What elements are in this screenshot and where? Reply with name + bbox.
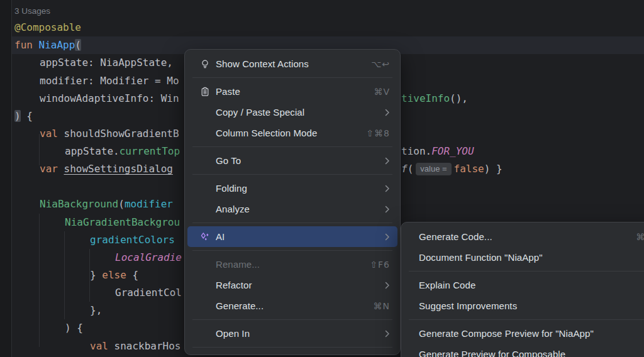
menu-separator — [192, 77, 392, 78]
code-token: ( — [75, 39, 81, 51]
code-token: snackbarHos — [114, 340, 181, 352]
chevron-right-icon — [385, 206, 390, 213]
menu-item-generate-code[interactable]: Generate Code...⌘\ — [404, 226, 644, 247]
code-line[interactable]: var showSettingsDialog — [40, 160, 173, 178]
menu-item-ai[interactable]: AI — [187, 226, 397, 247]
icon-spacer — [200, 260, 210, 270]
menu-item-label: Generate Preview for Composable — [419, 349, 565, 357]
code-line[interactable]: val snackbarHos — [90, 338, 181, 355]
menu-item-show-context-actions[interactable]: Show Context Actions⌥↩ — [187, 53, 397, 74]
menu-shortcut: ⇧F6 — [370, 260, 390, 270]
menu-item-generate-compose-preview-for-niaapp[interactable]: Generate Compose Preview for "NiaApp" — [404, 323, 644, 344]
code-token: 3 Usages — [14, 6, 50, 16]
menu-separator — [192, 222, 392, 223]
code-token: ( — [408, 163, 414, 175]
code-line[interactable]: GradientCol — [115, 284, 182, 302]
code-token: else — [102, 269, 126, 281]
code-line[interactable]: ) { — [65, 319, 83, 337]
menu-item-label: Analyze — [216, 204, 250, 214]
icon-spacer — [200, 280, 210, 290]
code-token: f — [401, 163, 408, 175]
menu-item-explain-code[interactable]: Explain Code — [404, 275, 644, 295]
menu-item-paste[interactable]: Paste⌘V — [187, 81, 397, 102]
code-line[interactable]: 3 Usages — [14, 2, 50, 19]
menu-separator — [192, 174, 392, 175]
menu-item-analyze[interactable]: Analyze — [187, 199, 397, 219]
code-token: ) — [14, 110, 21, 122]
icon-spacer — [200, 107, 210, 118]
menu-item-refactor[interactable]: Refactor — [187, 275, 397, 295]
menu-separator — [192, 319, 392, 320]
menu-shortcut: ⌘V — [374, 87, 390, 97]
code-token: fun — [14, 39, 39, 51]
menu-item-column-selection-mode[interactable]: Column Selection Mode⇧⌘8 — [187, 123, 397, 143]
ai-sparkle-icon — [200, 232, 210, 242]
code-line[interactable]: fun NiaApp( — [14, 36, 81, 54]
code-token: modifier: Modifier = Mo — [40, 75, 179, 87]
code-line[interactable]: f(value =false) } — [401, 160, 502, 178]
menu-item-label: AI — [216, 231, 225, 242]
menu-item-label: Generate... — [216, 300, 264, 311]
menu-item-rename[interactable]: Rename...⇧F6 — [187, 254, 397, 275]
code-line[interactable]: NiaBackground(modifier — [40, 195, 173, 213]
code-line[interactable]: val shouldShowGradientB — [40, 125, 179, 143]
code-token: appState. — [65, 145, 119, 157]
menu-item-label: Go To — [216, 155, 241, 166]
code-line[interactable]: appState: NiaAppState, — [40, 54, 173, 72]
code-token: NiaBackground — [40, 198, 118, 210]
menu-item-document-function-niaapp[interactable]: Document Function "NiaApp" — [404, 247, 644, 268]
code-token: @Composable — [14, 21, 81, 33]
chevron-right-icon — [385, 157, 390, 165]
ide-editor-screen: 3 Usages@Composablefun NiaApp(appState: … — [0, 0, 644, 357]
code-token: windowAdaptiveInfo: Win — [40, 92, 179, 104]
code-line[interactable]: LocalGradie — [115, 249, 182, 266]
icon-spacer — [200, 204, 210, 214]
menu-item-suggest-improvements[interactable]: Suggest Improvements — [404, 295, 644, 316]
code-token: (), — [450, 92, 468, 104]
inlay-hint: value = — [416, 163, 451, 175]
code-line[interactable]: gradientColors — [90, 231, 175, 249]
code-token: }, — [90, 304, 102, 316]
menu-item-generate[interactable]: Generate...⌘N — [187, 295, 397, 316]
menu-item-label: Open In — [216, 328, 250, 339]
code-line[interactable]: windowAdaptiveInfo: Win — [40, 90, 179, 107]
code-line[interactable]: tiveInfo(), — [401, 90, 468, 107]
icon-spacer — [200, 156, 210, 166]
code-line[interactable]: }, — [90, 302, 102, 319]
code-token: gradientColors — [90, 234, 175, 246]
menu-item-label: Paste — [216, 86, 240, 97]
menu-item-label: Show Context Actions — [216, 58, 309, 69]
menu-item-copy-paste-special[interactable]: Copy / Paste Special — [187, 102, 397, 123]
menu-item-label: Column Selection Mode — [216, 128, 317, 138]
code-token: tiveInfo — [401, 92, 450, 104]
menu-item-label: Document Function "NiaApp" — [419, 252, 543, 263]
code-line[interactable]: } else { — [90, 266, 138, 284]
code-token: ) } — [484, 163, 502, 175]
clipboard-icon — [200, 87, 210, 97]
code-line[interactable]: tion.FOR_YOU — [401, 143, 474, 160]
menu-item-go-to[interactable]: Go To — [187, 150, 397, 171]
code-line[interactable]: @Composable — [14, 19, 81, 36]
ai-submenu: Generate Code...⌘\Document Function "Nia… — [401, 222, 644, 357]
menu-item-open-in[interactable]: Open In — [187, 323, 397, 344]
code-line[interactable]: NiaGradientBackgrou — [65, 214, 180, 231]
code-token: tion. — [401, 145, 431, 157]
menu-separator — [409, 271, 644, 272]
editor-gutter — [0, 0, 12, 357]
menu-shortcut: ⇧⌘8 — [366, 128, 390, 138]
menu-separator — [192, 146, 392, 147]
menu-item-folding[interactable]: Folding — [187, 178, 397, 199]
code-line[interactable]: appState.currentTop — [65, 143, 180, 160]
menu-item-generate-preview-for-composable[interactable]: Generate Preview for Composable — [404, 344, 644, 357]
code-line[interactable]: modifier: Modifier = Mo — [40, 72, 179, 90]
code-token: NiaGradientBackgrou — [65, 216, 180, 228]
menu-item-label: Copy / Paste Special — [216, 107, 304, 118]
indent-guide — [39, 214, 40, 347]
code-token: ( — [118, 198, 125, 210]
code-token: ) { — [65, 322, 83, 334]
code-line[interactable]: ) { — [14, 107, 33, 125]
code-token: showSettingsDialog — [64, 163, 173, 175]
icon-spacer — [200, 128, 210, 138]
chevron-right-icon — [385, 233, 390, 241]
indent-guide — [64, 231, 65, 319]
